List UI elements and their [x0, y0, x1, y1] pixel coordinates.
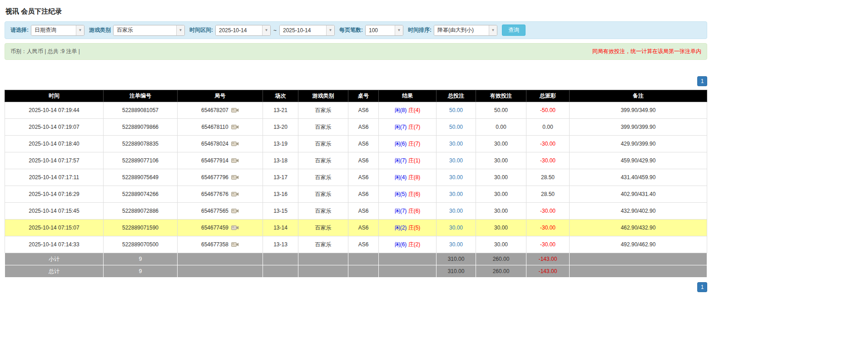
footer-valid-bet-cell: 260.00: [476, 253, 526, 265]
page-size-select[interactable]: ▼: [365, 25, 403, 36]
payout-cell: -50.00: [526, 102, 570, 119]
video-replay-icon[interactable]: [231, 208, 239, 214]
round-number: 654678110: [201, 124, 228, 130]
page-title: 视讯 会员下注纪录: [5, 7, 707, 16]
game-type-cell: 百家乐: [298, 136, 348, 152]
video-replay-icon[interactable]: [231, 241, 239, 248]
chevron-down-icon[interactable]: ▼: [262, 25, 270, 35]
session-cell: 13-14: [263, 220, 298, 236]
column-header: 有效投注: [476, 90, 526, 102]
round-number: 654678207: [201, 107, 228, 113]
player-result: 闲(5): [395, 191, 407, 197]
total-bet-link[interactable]: 50.00: [449, 124, 463, 130]
result-cell: 闲(8) 庄(4): [379, 102, 436, 119]
payout-cell: -30.00: [526, 203, 570, 220]
banker-result: 庄(1): [408, 157, 421, 164]
page-size-label: 每页笔数:: [339, 26, 363, 34]
page-1-button[interactable]: 1: [697, 282, 707, 292]
game-type-cell: 百家乐: [298, 236, 348, 253]
column-header: 注单编号: [104, 90, 178, 102]
table-row: 2025-10-14 07:14:33522889070500654677358…: [5, 236, 707, 253]
sort-order-select[interactable]: ▼: [434, 25, 497, 36]
result-cell: 闲(4) 庄(8): [379, 169, 436, 186]
total-bet-link[interactable]: 30.00: [449, 241, 463, 248]
search-button[interactable]: 查询: [502, 24, 526, 36]
total-bet-cell: 50.00: [436, 119, 476, 136]
result-cell: 闲(7) 庄(6): [379, 203, 436, 220]
total-bet-cell: 30.00: [436, 169, 476, 186]
bet-id-cell: 522889079866: [104, 119, 178, 136]
pagination-top: 1: [5, 76, 707, 86]
total-bet-link[interactable]: 30.00: [449, 157, 463, 164]
date-to-picker[interactable]: ▼: [279, 25, 335, 36]
footer-empty-cell: [379, 253, 436, 265]
total-bet-link[interactable]: 30.00: [449, 225, 463, 231]
column-header: 局号: [178, 90, 263, 102]
video-replay-icon[interactable]: [231, 191, 239, 197]
total-bet-cell: 50.00: [436, 102, 476, 119]
video-replay-icon[interactable]: [231, 157, 239, 164]
game-type-select[interactable]: ▼: [113, 25, 185, 36]
total-bet-link[interactable]: 30.00: [449, 141, 463, 147]
page-1-button[interactable]: 1: [697, 76, 707, 86]
query-type-value[interactable]: [31, 25, 76, 35]
result-cell: 闲(6) 庄(7): [379, 136, 436, 152]
pagination-bottom: 1: [5, 282, 707, 292]
chevron-down-icon[interactable]: ▼: [76, 25, 84, 35]
table-number-cell: AS6: [348, 136, 379, 152]
game-type-value[interactable]: [114, 25, 176, 35]
note-cell: 459.90/429.90: [570, 152, 707, 169]
total-bet-cell: 30.00: [436, 186, 476, 203]
table-number-cell: AS6: [348, 236, 379, 253]
sort-order-value[interactable]: [434, 25, 489, 35]
valid-bet-cell: 30.00: [476, 236, 526, 253]
page-size-value[interactable]: [366, 25, 395, 35]
time-cell: 2025-10-14 07:15:07: [5, 220, 104, 236]
note-cell: 429.90/399.90: [570, 136, 707, 152]
table-row: 2025-10-14 07:15:45522889072886654677565…: [5, 203, 707, 220]
total-bet-link[interactable]: 30.00: [449, 174, 463, 181]
chevron-down-icon[interactable]: ▼: [395, 25, 403, 35]
bet-id-cell: 522889081057: [104, 102, 178, 119]
video-replay-icon[interactable]: [231, 124, 239, 130]
bet-id-cell: 522889078835: [104, 136, 178, 152]
round-id-cell: 654677358: [178, 236, 263, 253]
round-id-cell: 654678110: [178, 119, 263, 136]
footer-empty-cell: [263, 253, 298, 265]
query-type-select[interactable]: ▼: [31, 25, 84, 36]
game-type-cell: 百家乐: [298, 152, 348, 169]
date-from-value[interactable]: [216, 25, 262, 35]
chevron-down-icon[interactable]: ▼: [489, 25, 497, 35]
footer-payout-cell: -143.00: [526, 265, 570, 278]
footer-total-bet-cell: 310.00: [436, 265, 476, 278]
column-header: 总派彩: [526, 90, 570, 102]
payout-cell: -30.00: [526, 220, 570, 236]
valid-bet-cell: 0.00: [476, 119, 526, 136]
video-replay-icon[interactable]: [231, 141, 239, 147]
total-bet-link[interactable]: 30.00: [449, 191, 463, 197]
video-replay-icon[interactable]: [231, 107, 239, 113]
round-number: 654677459: [201, 225, 228, 231]
video-replay-icon[interactable]: [231, 225, 239, 231]
total-bet-link[interactable]: 50.00: [449, 107, 463, 113]
note-cell: 432.90/402.90: [570, 203, 707, 220]
date-range-label: 时间区间:: [189, 26, 213, 34]
footer-empty-cell: [570, 265, 707, 278]
valid-bet-cell: 50.00: [476, 102, 526, 119]
date-to-value[interactable]: [280, 25, 326, 35]
bet-id-cell: 522889075649: [104, 169, 178, 186]
video-replay-icon[interactable]: [231, 174, 239, 181]
date-from-picker[interactable]: ▼: [215, 25, 271, 36]
table-row: 2025-10-14 07:17:57522889077106654677914…: [5, 152, 707, 169]
result-cell: 闲(7) 庄(1): [379, 152, 436, 169]
note-cell: 492.90/462.90: [570, 236, 707, 253]
chevron-down-icon[interactable]: ▼: [326, 25, 334, 35]
total-bet-link[interactable]: 30.00: [449, 208, 463, 214]
column-header: 备注: [570, 90, 707, 102]
chevron-down-icon[interactable]: ▼: [176, 25, 184, 35]
round-number: 654678024: [201, 141, 228, 147]
valid-bet-notice: 同局有效投注，统一计算在该局第一张注单内: [592, 48, 701, 55]
table-row: 2025-10-14 07:19:07522889079866654678110…: [5, 119, 707, 136]
banker-result: 庄(6): [408, 191, 421, 197]
player-result: 闲(7): [395, 157, 407, 164]
